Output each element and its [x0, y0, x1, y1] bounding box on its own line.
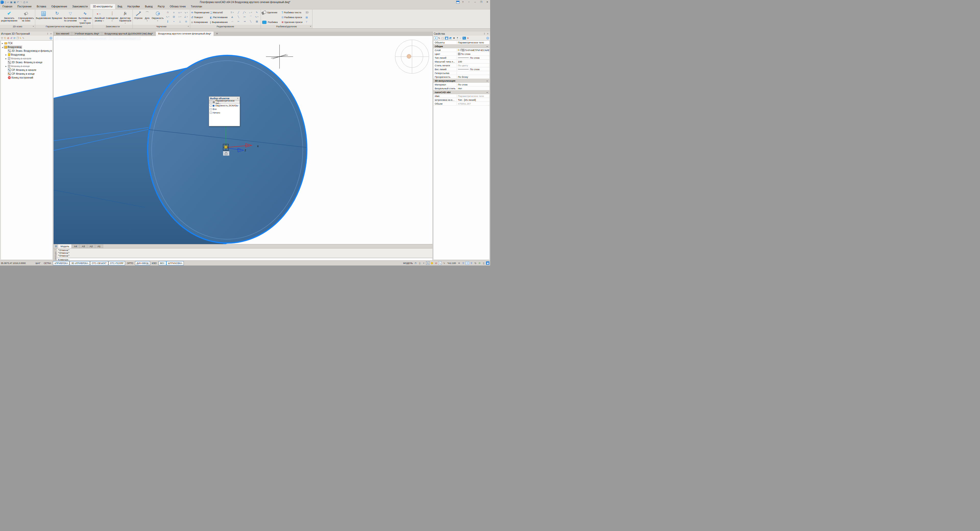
filter-icon[interactable]: ▽ [1, 37, 3, 40]
ribbon-tab-4[interactable]: Оформление [49, 4, 70, 9]
dialog-option-1[interactable]: Параметрическое тел... [209, 100, 240, 104]
zoom-window-icon[interactable]: ⚲ [470, 262, 473, 265]
toggle-ИЗО[interactable]: ИЗО [150, 261, 158, 265]
filter-flash-icon[interactable]: ▼ [453, 37, 455, 40]
section-3D-визуализация[interactable]: 3D-визуализация– [433, 79, 489, 82]
extend-tool-icon[interactable]: ╱▼ [242, 11, 247, 14]
ribbon-tab-5[interactable]: Зависимости [70, 4, 91, 9]
add-select-icon[interactable]: + [434, 36, 437, 40]
help-button[interactable]: ? [460, 0, 466, 4]
lengthen-tool-icon[interactable]: ↦ [242, 15, 247, 19]
ucs-flash-icon[interactable]: ϟ [442, 262, 446, 265]
tree-expand-icon[interactable]: ◢ [1, 46, 3, 48]
minimize-button[interactable]: – [472, 0, 478, 4]
document-tab-3[interactable]: Воздуховод круглый Ду100x2000 (пм).dwg* [102, 32, 156, 36]
fillet-tool-icon[interactable]: ⌒ [248, 15, 253, 19]
cursor-doc-icon[interactable]: ↖ [438, 262, 442, 265]
close-icon[interactable]: ✕ [55, 249, 56, 251]
toggle-ШАГ[interactable]: ШАГ [34, 261, 42, 265]
prop-value[interactable]: По блоку [457, 76, 489, 78]
layout-tab-Модель[interactable]: Модель [58, 244, 72, 248]
toggle-ОТС-ОБЪЕКТ[interactable]: ОТС-ОБЪЕКТ [90, 261, 108, 265]
view-tab-2[interactable]: Реалистичный [88, 37, 108, 40]
document-tab-4[interactable]: Воздуховод круглого сечения фланцевый.dw… [156, 32, 214, 36]
lock-icon[interactable] [460, 49, 460, 51]
polygon-tool-icon[interactable]: △ [177, 20, 183, 23]
ribbon-tab-12[interactable]: Топоплан [188, 4, 204, 9]
toggle-ШТРИХОВКА[interactable]: ШТРИХОВКА [166, 261, 184, 265]
erase-button[interactable]: Удаление [262, 11, 281, 14]
model-space-label[interactable]: МОДЕЛЬ [403, 262, 413, 265]
parallel-lines-tool-icon[interactable]: ∥ [165, 20, 170, 23]
ribbon-tab-10[interactable]: Растр [155, 4, 167, 9]
layout-tab-A4[interactable]: A4 [72, 244, 80, 248]
prop-value[interactable]: Нет [457, 87, 489, 90]
redo-icon[interactable]: ↷ [20, 1, 22, 4]
tree-item-2[interactable]: ◢Воздуховод [1, 45, 52, 49]
layout-tab-A1[interactable]: A1 [95, 244, 103, 248]
blocks-flash-icon[interactable]: ϟ [20, 37, 21, 40]
move-up-icon[interactable]: ⇡ [457, 37, 458, 40]
crossing-select-icon[interactable]: ▣ [445, 37, 448, 40]
finish-edit-button[interactable]: ✔ Закончить редактирование [1, 10, 18, 25]
revcloud-tool-icon[interactable]: ⌣▼ [248, 11, 253, 14]
layout-tab-A2[interactable]: A2 [87, 244, 95, 248]
close-icon[interactable]: ✕ [50, 33, 52, 35]
prop-value[interactable]: 475951.287 [457, 102, 489, 105]
tree-error-icon[interactable]: ⊘ [7, 37, 9, 40]
prop-value[interactable]: По слою [457, 56, 489, 59]
dialog-option-4[interactable]: Ничего [209, 111, 240, 114]
tree-item-7[interactable]: ▶Фланец в конце [1, 64, 52, 68]
break-tool-icon[interactable]: ╱ [236, 11, 241, 14]
ellipse-tool-icon[interactable]: ○▼ [177, 15, 183, 19]
dialog-close-icon[interactable]: ✕ [237, 97, 239, 100]
no-print-icon[interactable]: ⊘ [434, 262, 438, 265]
pin-icon[interactable]: ↧ [484, 33, 486, 35]
clear-selection-icon[interactable]: ✕ [467, 37, 469, 40]
add-view-tab[interactable]: + [55, 37, 59, 40]
ribbon-tab-7[interactable]: Вид [115, 4, 125, 9]
loft-button[interactable]: ▽ Вытягивание по сечениям [63, 10, 77, 25]
prop-value[interactable]: Тип - [Из линий] [457, 98, 489, 101]
ribbon-tab-9[interactable]: Вывод [142, 4, 155, 9]
toggle-ВЕС[interactable]: ВЕС [159, 261, 166, 265]
print-icon[interactable]: ⎙ [23, 1, 25, 4]
pin-icon[interactable]: ↧ [47, 33, 49, 35]
cursor-icon[interactable]: ↖ [438, 37, 440, 40]
tree-item-9[interactable]: СР. Фланец в конце [1, 72, 52, 76]
group-label-explode-delete[interactable]: Разбивка/удаление▼ [261, 25, 312, 28]
interface-switch-icon[interactable] [456, 1, 460, 3]
regen-icon[interactable]: ⟳ [478, 262, 481, 265]
arc-button[interactable]: ⌒ Дуга▼ [144, 10, 151, 25]
tree-rollback-icon[interactable]: ↺ [10, 37, 12, 40]
help-caret-icon[interactable]: ▼ [466, 0, 472, 4]
close-icon[interactable]: ✕ [487, 33, 489, 35]
apply-check-icon[interactable]: ✓ [460, 37, 461, 40]
coincident-button[interactable]: ┆ Совпадение ▼ [106, 10, 118, 25]
angle-tool-icon[interactable]: ∠▼ [183, 15, 189, 19]
paper-sheet-icon[interactable]: ▯ [418, 262, 421, 265]
save-as-icon[interactable]: ▣ [14, 1, 16, 4]
segment-button[interactable]: Отрезок [134, 10, 143, 25]
align-button[interactable]: ∥Выравнивание [210, 21, 229, 24]
close-button[interactable]: ✕ [485, 0, 490, 4]
parameters-manager-button[interactable]: fx Диспетчер параметров ▼ [119, 10, 132, 25]
purge-button[interactable]: ⌦ [305, 11, 309, 14]
mirror-tool-icon[interactable]: ◭ [230, 15, 235, 19]
undo-icon[interactable]: ↶ [17, 1, 19, 4]
explode-proxy-button[interactable]: ⊡Разбивка прокси [282, 16, 305, 19]
rectangle-tool-icon[interactable]: ▭▼ [177, 11, 183, 14]
spline-tool-icon[interactable]: ∿▼ [165, 15, 170, 19]
toggle-СЕТКА[interactable]: СЕТКА [42, 261, 52, 265]
bolt-proxy-button[interactable]: ⊤ [305, 21, 309, 24]
help-icon[interactable]: ? [486, 37, 489, 40]
fullscreen-icon[interactable]: ▣ [486, 262, 489, 265]
measure-tool-icon[interactable]: ↘▼ [183, 11, 189, 14]
copy-circle-tool-icon[interactable]: ◎ [183, 20, 189, 23]
edit-form-icon[interactable]: ✎ [22, 37, 24, 40]
linear-dim-button[interactable]: ↔ Линейный размер ▼ [94, 10, 105, 25]
checkbox[interactable] [210, 105, 212, 106]
toggle-3D оПРИВЯЗКА[interactable]: 3D оПРИВЯЗКА [70, 261, 90, 265]
help-icon[interactable]: ? [49, 37, 52, 40]
tree-apply-icon[interactable]: ⎗ [4, 36, 6, 40]
